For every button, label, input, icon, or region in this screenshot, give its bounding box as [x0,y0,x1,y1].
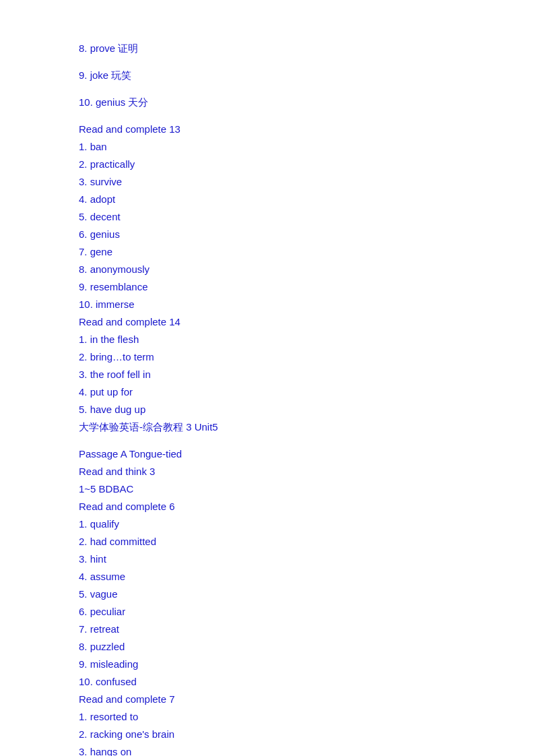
item-text: 6. genius [79,228,120,240]
item-confused: 10. confused [79,674,455,690]
item-hint: 3. hint [79,551,455,567]
item-in-the-flesh: 1. in the flesh [79,332,455,348]
item-have-dug-up: 5. have dug up [79,402,455,418]
title-text: 大学体验英语-综合教程 3 Unit5 [79,421,218,433]
item-adopt: 4. adopt [79,191,455,208]
section-header-text: Read and complete 14 [79,316,180,327]
item-put-up-for: 4. put up for [79,384,455,400]
item-text: 9. resemblance [79,281,148,292]
item-text: 10. immerse [79,298,135,310]
item-bdbac: 1~5 BDBAC [79,481,455,497]
item-text: 3. survive [79,176,122,187]
item-had-committed: 2. had committed [79,534,455,550]
item-text: 7. gene [79,246,112,257]
line-genius-10: 10. genius 天分 [79,94,455,111]
item-hangs-on: 3. hangs on [79,744,455,756]
item-anonymously: 8. anonymously [79,261,455,278]
read-complete-13-header: Read and complete 13 [79,121,455,137]
item-ban: 1. ban [79,139,455,155]
item-gene: 7. gene [79,244,455,260]
item-roof-fell: 3. the roof fell in [79,367,455,383]
item-puzzled: 8. puzzled [79,639,455,655]
passage-header-text: Passage A Tongue-tied [79,448,182,460]
item-retreat: 7. retreat [79,621,455,637]
line-joke: 9. joke 玩笑 [79,67,455,84]
read-and-think-3: Read and think 3 [79,464,455,480]
item-text: 1. ban [79,141,107,152]
item-text: 6. peculiar [79,606,125,617]
university-title: 大学体验英语-综合教程 3 Unit5 [79,419,455,435]
item-text: 2. racking one's brain [79,728,174,740]
passage-a-header: Passage A Tongue-tied [79,446,455,462]
item-racking-brain: 2. racking one's brain [79,726,455,743]
item-text: 9. misleading [79,658,138,670]
read-complete-14-header: Read and complete 14 [79,314,455,330]
item-peculiar: 6. peculiar [79,604,455,620]
item-resemblance: 9. resemblance [79,279,455,295]
item-text: 5. vague [79,588,118,600]
read-complete-6-header: Read and complete 6 [79,499,455,515]
item-text: 5. decent [79,211,121,222]
line-text: 9. joke 玩笑 [79,69,131,81]
item-immerse: 10. immerse [79,296,455,313]
item-text: 4. assume [79,571,125,582]
item-genius-6: 6. genius [79,226,455,243]
section-header-text: Read and complete 13 [79,123,180,135]
item-text: 5. have dug up [79,404,145,415]
line-prove: 8. prove 证明 [79,40,455,57]
item-text: 1. in the flesh [79,334,139,345]
main-content: 8. prove 证明 9. joke 玩笑 10. genius 天分 Rea… [79,40,455,756]
item-text: 4. put up for [79,386,133,398]
item-text: 1~5 BDBAC [79,483,133,495]
item-text: 3. hangs on [79,746,131,756]
read-complete-7-header: Read and complete 7 [79,691,455,707]
item-practically: 2. practically [79,156,455,172]
section-header-text: Read and complete 6 [79,501,175,512]
item-text: 1. qualify [79,518,119,530]
item-vague: 5. vague [79,586,455,602]
item-survive: 3. survive [79,174,455,190]
item-text: 2. had committed [79,536,156,547]
item-bring-to-term: 2. bring…to term [79,349,455,365]
item-text: 4. adopt [79,193,115,205]
line-text: 8. prove 证明 [79,42,138,54]
item-assume: 4. assume [79,569,455,585]
item-text: 8. puzzled [79,641,125,652]
item-resorted-to: 1. resorted to [79,709,455,725]
item-misleading: 9. misleading [79,656,455,672]
item-text: 2. practically [79,158,135,170]
sub-header-text: Read and think 3 [79,466,155,477]
item-text: 7. retreat [79,623,119,635]
item-text: 3. hint [79,553,106,565]
item-decent: 5. decent [79,209,455,225]
item-text: 1. resorted to [79,711,138,722]
line-text: 10. genius 天分 [79,96,148,108]
item-text: 3. the roof fell in [79,369,151,380]
item-qualify: 1. qualify [79,516,455,532]
item-text: 10. confused [79,676,137,687]
section-header-text: Read and complete 7 [79,693,175,705]
item-text: 2. bring…to term [79,351,154,363]
item-text: 8. anonymously [79,263,149,275]
